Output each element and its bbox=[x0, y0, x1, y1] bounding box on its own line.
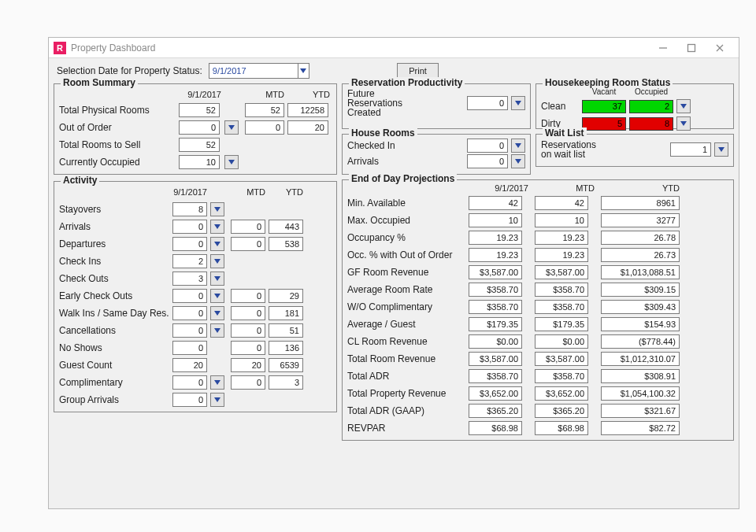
svg-rect-1 bbox=[688, 44, 695, 51]
eod-avgrate-mtd: $358.70 bbox=[535, 283, 588, 297]
activity-cin-label: Check Ins bbox=[59, 256, 169, 267]
eod-occpct-ytd: 26.78 bbox=[601, 231, 680, 245]
hk-clean-dropdown[interactable] bbox=[676, 99, 691, 113]
activity-canc-dropdown[interactable] bbox=[210, 323, 224, 338]
activity-canc-mtd: 0 bbox=[231, 323, 265, 338]
activity-row-gc: Guest Count20206539 bbox=[59, 358, 332, 372]
out-of-order-label: Out of Order bbox=[59, 122, 176, 133]
app-icon: R bbox=[54, 42, 66, 54]
close-button[interactable] bbox=[706, 39, 734, 57]
minimize-button[interactable] bbox=[649, 39, 677, 57]
activity-canc-day: 0 bbox=[172, 323, 207, 338]
eod-gaap-day: $365.20 bbox=[469, 404, 522, 418]
activity-arr-label: Arrivals bbox=[59, 221, 169, 232]
eod-gfrev-mtd: $3,587.00 bbox=[535, 265, 588, 279]
eod-wocomp-label: W/O Complimentary bbox=[347, 301, 462, 312]
activity-row-eco: Early Check Outs0029 bbox=[59, 289, 332, 303]
eod-wocomp-mtd: $358.70 bbox=[535, 300, 588, 314]
activity-garr-day: 0 bbox=[172, 393, 207, 407]
eod-col-date: 9/1/2017 bbox=[469, 183, 528, 193]
selection-date-dropdown-icon[interactable] bbox=[298, 64, 309, 78]
activity-walk-mtd: 0 bbox=[231, 306, 265, 320]
activity-dep-day: 0 bbox=[172, 237, 207, 251]
selection-date-input[interactable] bbox=[209, 64, 298, 78]
activity-arr-ytd: 443 bbox=[269, 220, 303, 234]
eod-projections-group: End of Day Projections 9/1/2017 MTD YTD … bbox=[342, 179, 734, 441]
eod-clrev-ytd: ($778.44) bbox=[601, 334, 680, 349]
eod-row-revpar: REVPAR$68.98$68.98$82.72 bbox=[347, 421, 728, 435]
activity-dep-ytd: 538 bbox=[269, 237, 303, 251]
eod-maxocc-mtd: 10 bbox=[535, 213, 588, 227]
eod-col-ytd: YTD bbox=[601, 183, 680, 193]
eod-gaap-label: Total ADR (GAAP) bbox=[347, 405, 462, 416]
activity-nos-day: 0 bbox=[172, 341, 207, 355]
eod-totadr-label: Total ADR bbox=[347, 371, 462, 382]
activity-eco-ytd: 29 bbox=[269, 289, 303, 303]
total-physical-rooms-label: Total Physical Rooms bbox=[59, 105, 176, 116]
activity-arr-day: 0 bbox=[172, 220, 207, 234]
activity-stay-dropdown[interactable] bbox=[210, 202, 224, 216]
wait-list-dropdown[interactable] bbox=[714, 142, 728, 157]
wait-list-label: Reservations on wait list bbox=[541, 140, 667, 159]
activity-canc-label: Cancellations bbox=[59, 325, 169, 336]
activity-arr-dropdown[interactable] bbox=[210, 220, 224, 234]
activity-group: Activity 9/1/2017 MTD YTD Stayovers8Arri… bbox=[54, 181, 337, 412]
eod-revpar-mtd: $68.98 bbox=[535, 421, 588, 435]
checked-in-dropdown[interactable] bbox=[511, 139, 525, 153]
eod-row-maxocc: Max. Occupied10103277 bbox=[347, 213, 728, 227]
checked-in-label: Checked In bbox=[347, 140, 464, 151]
total-physical-rooms-ytd: 12258 bbox=[287, 103, 328, 117]
activity-row-nos: No Shows00136 bbox=[59, 341, 332, 355]
activity-gc-day: 20 bbox=[172, 358, 207, 372]
activity-walk-dropdown[interactable] bbox=[210, 306, 224, 320]
activity-cin-dropdown[interactable] bbox=[210, 254, 224, 268]
eod-row-occpct: Occupancy %19.2319.2326.78 bbox=[347, 231, 728, 245]
activity-nos-mtd: 0 bbox=[231, 341, 265, 355]
eod-tpr-mtd: $3,652.00 bbox=[535, 386, 588, 401]
eod-totadr-mtd: $358.70 bbox=[535, 369, 588, 383]
currently-occupied-dropdown[interactable] bbox=[224, 155, 239, 169]
window-title: Property Dashboard bbox=[71, 42, 649, 54]
activity-canc-ytd: 51 bbox=[269, 323, 303, 338]
eod-legend: End of Day Projections bbox=[349, 173, 457, 184]
selection-date-field[interactable] bbox=[209, 63, 309, 79]
future-reservations-label: Future Reservations Created bbox=[347, 89, 464, 117]
print-button[interactable]: Print bbox=[397, 63, 439, 79]
eod-totrev-ytd: $1,012,310.07 bbox=[601, 352, 680, 366]
eod-gfrev-label: GF Room Revenue bbox=[347, 267, 462, 278]
activity-comp-dropdown[interactable] bbox=[210, 375, 224, 390]
eod-occpct-day: 19.23 bbox=[469, 231, 522, 245]
future-reservations-dropdown[interactable] bbox=[511, 96, 525, 110]
activity-garr-dropdown[interactable] bbox=[210, 393, 224, 407]
house-rooms-group: House Rooms Checked In 0 Arrivals 0 bbox=[342, 134, 531, 175]
activity-eco-dropdown[interactable] bbox=[210, 289, 224, 303]
maximize-button[interactable] bbox=[677, 39, 706, 57]
titlebar: R Property Dashboard bbox=[49, 38, 739, 58]
activity-cin-day: 2 bbox=[172, 254, 207, 268]
eod-totadr-ytd: $308.91 bbox=[601, 369, 680, 383]
eod-occooo-day: 19.23 bbox=[469, 248, 522, 262]
activity-row-cin: Check Ins2 bbox=[59, 254, 332, 268]
eod-row-minavail: Min. Available42428961 bbox=[347, 196, 728, 210]
eod-row-gaap: Total ADR (GAAP)$365.20$365.20$321.67 bbox=[347, 404, 728, 418]
hk-dirty-dropdown[interactable] bbox=[676, 116, 691, 131]
arrivals-dropdown[interactable] bbox=[511, 154, 525, 168]
eod-row-gfrev: GF Room Revenue$3,587.00$3,587.00$1,013,… bbox=[347, 265, 728, 279]
activity-comp-mtd: 0 bbox=[231, 375, 265, 390]
out-of-order-dropdown[interactable] bbox=[224, 120, 239, 135]
activity-gc-label: Guest Count bbox=[59, 360, 169, 371]
activity-cout-dropdown[interactable] bbox=[210, 272, 224, 286]
activity-dep-dropdown[interactable] bbox=[210, 237, 224, 251]
wait-list-value: 1 bbox=[670, 142, 711, 157]
activity-eco-mtd: 0 bbox=[231, 289, 265, 303]
hk-clean-vacant: 37 bbox=[582, 100, 626, 113]
house-rooms-legend: House Rooms bbox=[349, 127, 417, 139]
hk-dirty-vacant: 5 bbox=[582, 117, 626, 131]
wait-list-group: Wait List Reservations on wait list 1 bbox=[536, 134, 734, 167]
eod-occpct-mtd: 19.23 bbox=[535, 231, 588, 245]
total-physical-rooms-mtd: 52 bbox=[245, 103, 284, 117]
activity-stay-day: 8 bbox=[172, 202, 207, 216]
eod-avgguest-day: $179.35 bbox=[469, 317, 522, 331]
arrivals-label: Arrivals bbox=[347, 156, 464, 167]
eod-occooo-mtd: 19.23 bbox=[535, 248, 588, 262]
